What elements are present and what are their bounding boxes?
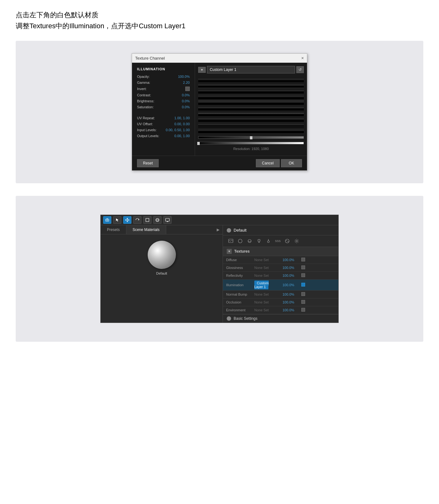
status-glossiness: None Set (251, 264, 279, 272)
value-reflectivity[interactable]: 100.0% (279, 272, 298, 280)
square-glossiness[interactable] (298, 264, 338, 272)
render-btn[interactable] (163, 216, 172, 224)
texture-preview (198, 77, 304, 133)
status-reflectivity: None Set (251, 272, 279, 280)
square-reflectivity[interactable] (298, 272, 338, 280)
invert-checkbox[interactable] (185, 87, 190, 91)
move-btn[interactable] (123, 216, 131, 224)
tab-scene-materials[interactable]: Scene Materials (126, 225, 166, 234)
image-icon-btn[interactable] (227, 237, 235, 245)
square-environment[interactable] (298, 306, 338, 314)
mat-dot (227, 228, 231, 233)
header-line1: 点击左下角的白色默认材质 (16, 9, 423, 20)
material-list: Default (101, 234, 223, 281)
light-icon-btn[interactable] (255, 237, 263, 245)
tab-expand: ▶ (214, 225, 223, 234)
prop-value-brightness[interactable]: 0.0% (182, 99, 190, 103)
textures-section-header[interactable]: ▼ Textures (223, 247, 338, 256)
lamp-icon-btn[interactable] (264, 237, 272, 245)
levels-section (198, 136, 304, 145)
env-icon-btn[interactable] (283, 237, 291, 245)
prop-label-inputlevels: Input Levels: (137, 128, 156, 132)
prop-row-saturation: Saturation: 0.0% (137, 105, 190, 109)
dialog-body: ILLUMINATION Opacity: 100.0% Gamma: 2.20… (132, 63, 307, 156)
svg-point-16 (296, 240, 298, 242)
prop-row-brightness: Brightness: 0.0% (137, 99, 190, 103)
prop-label-brightness: Brightness: (137, 99, 154, 103)
value-glossiness[interactable]: 100.0% (279, 264, 298, 272)
prop-label-saturation: Saturation: (137, 105, 154, 109)
prop-value-gamma[interactable]: 2.20 (183, 81, 190, 84)
mat-sphere-default[interactable] (148, 241, 176, 269)
value-environment[interactable]: 100.0% (279, 306, 298, 314)
dialog-wrapper: Texture Channel × ILLUMINATION Opacity: … (132, 53, 307, 171)
gear-icon-btn[interactable] (293, 237, 301, 245)
value-normalbump[interactable]: 100.0% (279, 291, 298, 298)
prop-value-opacity[interactable]: 100.0% (178, 75, 190, 78)
cancel-button[interactable]: Cancel (256, 159, 279, 167)
tabs-row: Presets Scene Materials ▶ (101, 225, 223, 234)
ok-button[interactable]: OK (281, 159, 302, 167)
texture-name-box[interactable]: Custom Layer 1 (207, 66, 295, 73)
prop-label-uvoffset: UV Offset: (137, 122, 153, 126)
icon-row: SSS (223, 235, 338, 247)
sphere-icon-btn[interactable] (236, 237, 244, 245)
channel-occlusion: Occlusion (223, 298, 251, 306)
editor-left: Presets Scene Materials ▶ Default (101, 225, 223, 323)
dropdown-arrow-button[interactable]: ▼ (198, 67, 206, 73)
tab-presets[interactable]: Presets (101, 225, 126, 234)
square-occlusion[interactable] (298, 298, 338, 306)
status-illumination[interactable]: Custom Layer 1 (251, 280, 279, 291)
value-diffuse[interactable]: 100.0% (279, 256, 298, 264)
orbit-btn[interactable] (153, 216, 161, 224)
status-diffuse: None Set (251, 256, 279, 264)
stripe-bright-overlay (198, 77, 304, 133)
prop-value-inputlevels[interactable]: 0.00, 0.50, 1.00 (166, 128, 190, 132)
reset-button[interactable]: Reset (137, 159, 159, 167)
scale-btn[interactable] (143, 216, 151, 224)
prop-label-contrast: Contrast: (137, 93, 151, 97)
prop-value-contrast[interactable]: 0.0% (182, 93, 190, 97)
svg-point-4 (156, 219, 159, 221)
prop-row-uvoffset: UV Offset: 0.00, 0.00 (137, 122, 190, 126)
svg-point-1 (107, 220, 108, 221)
prop-row-invert: Invert: (137, 87, 190, 91)
square-illumination[interactable] (298, 280, 338, 291)
square-diffuse[interactable] (298, 256, 338, 264)
channel-diffuse: Diffuse (223, 256, 251, 264)
svg-rect-2 (146, 218, 149, 222)
value-illumination[interactable]: 100.0% (279, 280, 298, 291)
prop-row-inputlevels: Input Levels: 0.00, 0.50, 1.00 (137, 128, 190, 132)
sss-icon-btn[interactable]: SSS (274, 237, 282, 245)
pointer-btn[interactable] (113, 216, 121, 224)
basic-dot (227, 316, 231, 321)
camera-btn[interactable] (103, 216, 111, 224)
basic-settings-row[interactable]: Basic Settings (223, 314, 338, 323)
slider-thumb-mid[interactable] (250, 136, 252, 139)
prop-value-saturation[interactable]: 0.0% (182, 105, 190, 109)
texture-row-normalbump: Normal Bump None Set 100.0% (223, 291, 338, 298)
channel-reflectivity: Reflectivity (223, 272, 251, 280)
prop-label-opacity: Opacity: (137, 75, 150, 78)
globe-icon-btn[interactable] (246, 237, 254, 245)
prop-value-uvoffset[interactable]: 0.00, 0.00 (174, 122, 190, 126)
svg-point-3 (156, 218, 159, 222)
mat-label-default: Default (156, 271, 167, 275)
prop-row-outputlevels: Output Levels: 0.00, 1.00 (137, 134, 190, 138)
refresh-button[interactable]: ↺ (296, 66, 304, 73)
prop-value-outputlevels[interactable]: 0.00, 1.00 (174, 134, 190, 138)
resolution-text: Resolution: 1920, 1080 (198, 147, 304, 151)
input-levels-row (198, 136, 304, 139)
texture-row-glossiness: Glossiness None Set 100.0% (223, 264, 338, 272)
value-occlusion[interactable]: 100.0% (279, 298, 298, 306)
channel-environment: Environment (223, 306, 251, 314)
prop-value-uvrepeat[interactable]: 1.00, 1.00 (174, 116, 190, 120)
dialog-close-button[interactable]: × (301, 56, 304, 61)
editor-main: Presets Scene Materials ▶ Default Defaul… (101, 225, 338, 323)
slider-track-input (198, 136, 304, 139)
footer-left: Reset (137, 159, 159, 167)
square-normalbump[interactable] (298, 291, 338, 298)
slider-container-input (198, 136, 304, 139)
slider-thumb-output[interactable] (197, 142, 200, 145)
rotate-btn[interactable] (133, 216, 141, 224)
